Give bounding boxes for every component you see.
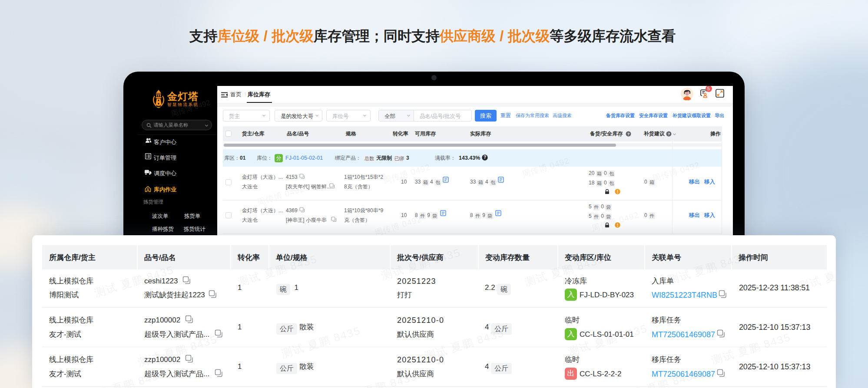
svg-text:?: ? — [668, 132, 670, 136]
svg-text:?: ? — [484, 155, 486, 160]
svg-text:?: ? — [627, 132, 630, 136]
